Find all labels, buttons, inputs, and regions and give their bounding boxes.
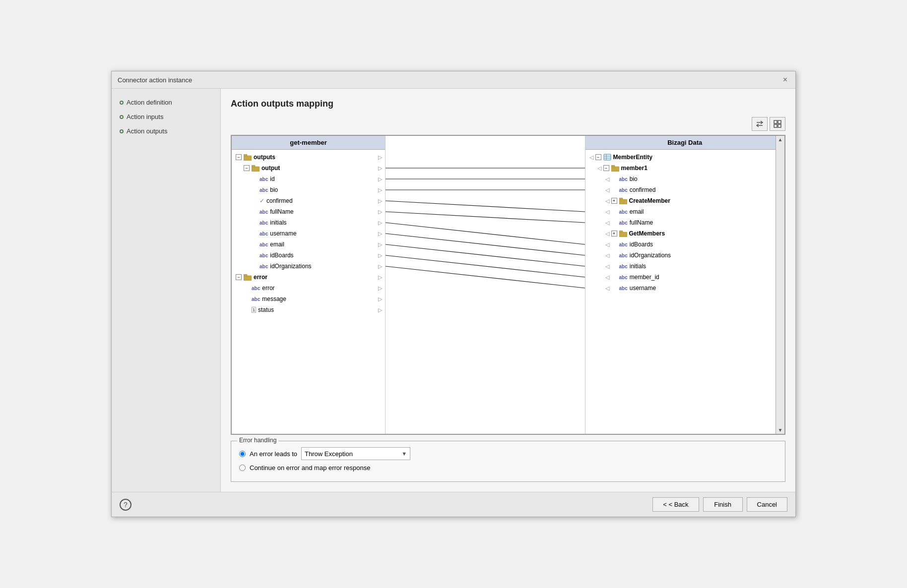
finish-button[interactable]: Finish [703,497,743,512]
right-panel: Bizagi Data ◁−MemberEntity◁−member1◁abcb… [585,136,785,434]
svg-rect-22 [604,154,611,160]
abc-icon: abc [252,286,260,291]
abc-icon: abc [259,220,268,226]
help-button[interactable]: ? [120,499,131,511]
left-panel-body: −outputs▷−output▷abcid▷abcbio▷✓confirmed… [232,150,385,434]
right-tree-item-fullName: ◁abcfullName [585,217,785,228]
mapping-area: get-member −outputs▷−output▷abcid▷abcbio… [231,135,785,435]
tree-label-GetMembers: GetMembers [629,230,665,237]
svg-rect-5 [778,124,781,127]
dropdown-chevron-icon: ▼ [401,451,407,457]
expand-btn-CreateMember[interactable]: + [611,198,617,204]
radio-error-leads-to[interactable] [239,451,246,457]
abc-icon: abc [252,296,260,302]
right-tree-item-GetMembers: ◁+GetMembers [585,228,785,239]
svg-rect-6 [244,156,252,161]
expand-btn-MemberEntity[interactable]: − [595,154,601,160]
sidebar-dot-2 [120,115,124,119]
tree-label-username: username [630,285,656,292]
svg-rect-29 [619,198,623,200]
folder-icon [619,198,627,204]
tree-label-fullName: fullName [270,208,293,215]
abc-icon: abc [619,242,628,247]
toolbar-btn-swap[interactable] [752,117,768,131]
sidebar-label-action-definition: Action definition [127,99,172,106]
left-panel-header: get-member [232,136,385,150]
expand-btn-error[interactable]: − [236,274,242,280]
num-icon: 1 [252,307,256,313]
scroll-down-arrow[interactable]: ▼ [778,427,783,433]
tree-label-status: status [258,306,274,313]
abc-icon: abc [619,253,628,258]
cancel-button[interactable]: Cancel [747,497,787,512]
svg-rect-4 [774,124,777,127]
tree-label-error2: error [262,285,274,292]
abc-icon: abc [259,176,268,182]
tree-label-username: username [270,230,296,237]
error-handling-section: Error handling An error leads to Throw E… [231,441,785,482]
scroll-up-arrow[interactable]: ▲ [778,137,783,142]
svg-rect-3 [778,120,781,123]
dialog-footer: ? < < Back Finish Cancel [112,492,795,517]
right-tree-item-member_id: ◁abcmember_id [585,272,785,283]
left-panel: get-member −outputs▷−output▷abcid▷abcbio… [232,136,386,434]
toolbar-btn-grid[interactable] [770,117,785,131]
folder-icon [252,165,259,172]
sidebar-item-action-definition[interactable]: Action definition [120,99,212,106]
throw-exception-dropdown[interactable]: Throw Exception ▼ [301,447,410,460]
footer-buttons: < < Back Finish Cancel [652,497,787,512]
right-panel-body: ◁−MemberEntity◁−member1◁abcbio◁abcconfir… [585,150,785,434]
sidebar-item-action-inputs[interactable]: Action inputs [120,113,212,120]
dropdown-value: Throw Exception [305,450,353,458]
expand-btn-outputs[interactable]: − [236,154,242,160]
svg-rect-7 [244,154,247,156]
tree-label-bio: bio [630,176,638,182]
tree-label-fullName: fullName [630,219,653,226]
right-tree-item-CreateMember: ◁+CreateMember [585,195,785,206]
expand-btn-member1[interactable]: − [603,165,609,171]
left-tree-item-error: −error▷ [232,272,385,283]
abc-icon: abc [259,242,268,247]
folder-icon [244,154,252,161]
tree-label-email: email [630,208,644,215]
tree-label-idBoards: idBoards [630,241,653,248]
back-button[interactable]: < < Back [652,497,699,512]
left-tree-item-error2: abcerror▷ [232,283,385,294]
tree-label-confirmed: confirmed [266,197,293,204]
right-tree-item-MemberEntity: ◁−MemberEntity [585,152,785,163]
abc-icon: abc [619,264,628,269]
right-tree-item-member1: ◁−member1 [585,163,785,174]
radio-continue-on-error[interactable] [239,465,246,471]
expand-btn-GetMembers[interactable]: + [611,231,617,236]
right-panel-header: Bizagi Data [585,136,785,150]
folder-icon [611,165,619,172]
right-tree-item-email: ◁abcemail [585,206,785,217]
grid-icon [773,119,782,128]
left-tree-item-username: abcusername▷ [232,228,385,239]
sidebar-item-action-outputs[interactable]: Action outputs [120,127,212,135]
left-tree-item-email: abcemail▷ [232,239,385,250]
left-tree-item-outputs: −outputs▷ [232,152,385,163]
svg-rect-31 [619,231,623,233]
mapping-scrollbar[interactable]: ▲ ▼ [776,136,784,434]
svg-rect-2 [774,120,777,123]
dialog-container: Connector action instance × Action defin… [111,71,796,517]
tree-label-email: email [270,241,284,248]
page-title: Action outputs mapping [231,99,785,109]
mapping-lines-svg [386,136,585,434]
left-tree-item-confirmed: ✓confirmed▷ [232,195,385,206]
error-option2-label: Continue on error and map error response [250,464,371,471]
left-tree-item-bio: abcbio▷ [232,184,385,195]
right-tree-item-initials: ◁abcinitials [585,261,785,272]
abc-icon: abc [259,231,268,236]
close-button[interactable]: × [781,75,789,84]
abc-icon: abc [619,275,628,280]
abc-icon: abc [619,209,628,215]
tree-label-output: output [261,165,280,172]
right-tree-item-confirmed: ◁abcconfirmed [585,184,785,195]
expand-btn-output[interactable]: − [244,165,250,171]
left-tree-item-fullName: abcfullName▷ [232,206,385,217]
right-tree-item-username: ◁abcusername [585,283,785,294]
tree-label-outputs: outputs [254,154,275,161]
tree-label-confirmed: confirmed [630,186,656,193]
